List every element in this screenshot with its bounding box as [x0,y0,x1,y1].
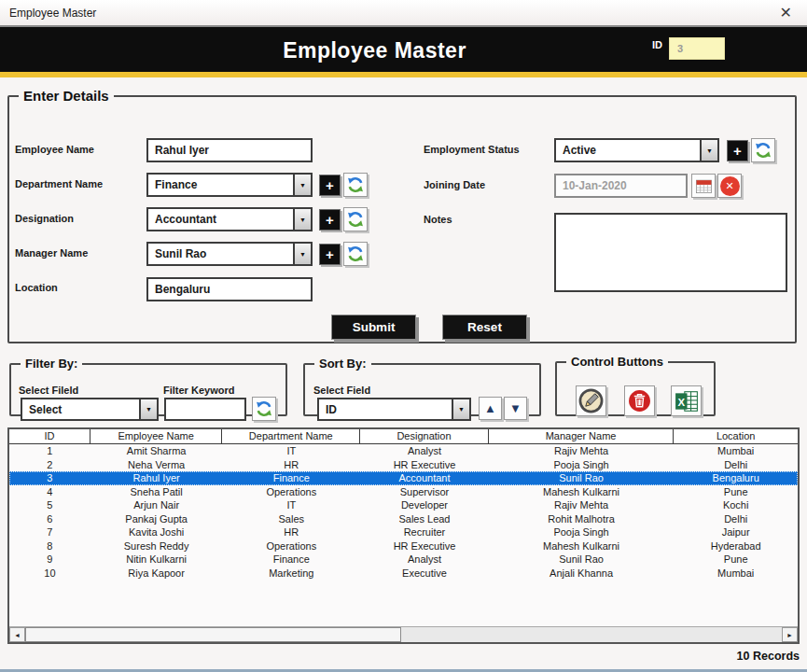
table-cell: Sneha Patil [90,485,223,499]
joining-date-input[interactable] [554,174,688,198]
table-cell: 8 [9,539,90,553]
combobox-value: Sunil Rao [148,244,293,264]
add-department-button[interactable]: + [319,175,341,196]
records-table[interactable]: IDEmployee NameDepartment NameDesignatio… [7,427,800,644]
table-cell: Riya Kapoor [90,567,223,581]
employment-status-combobox[interactable]: Active ▼ [554,138,719,162]
export-excel-button[interactable]: X [671,385,702,416]
table-cell: Developer [360,498,489,512]
sort-descending-button[interactable]: ▼ [504,397,527,420]
chevron-down-icon[interactable]: ▼ [452,399,469,419]
submit-button[interactable]: Submit [331,315,416,340]
table-cell: Pankaj Gupta [90,512,223,526]
scroll-left-icon: ◄ [14,632,21,638]
control-buttons-group: Control Buttons [555,355,716,416]
id-field[interactable] [669,37,725,60]
close-icon[interactable]: ✕ [774,4,798,22]
location-input[interactable] [146,277,313,301]
add-manager-button[interactable]: + [319,244,341,265]
scroll-right-icon: ► [786,632,793,638]
sort-ascending-button[interactable]: ▲ [479,397,502,420]
page-title: Employee Master [0,38,749,63]
table-cell: Hyderabad [674,539,798,553]
apply-filter-button[interactable] [252,397,276,421]
titlebar: Employee Master ✕ [0,0,807,27]
table-cell: Pooja Singh [489,525,675,539]
notes-textarea[interactable] [554,213,787,292]
reset-button[interactable]: Reset [442,315,527,340]
edit-pencil-icon [578,388,604,413]
refresh-manager-button[interactable] [343,242,368,266]
table-cell: Pune [674,553,798,567]
sort-field-combobox[interactable]: ID ▼ [317,398,471,421]
table-cell: 6 [9,512,90,526]
add-status-button[interactable]: + [727,140,748,161]
header-banner: Employee Master ID [0,27,807,77]
table-cell: Sales [222,512,360,526]
filter-keyword-input[interactable] [164,398,246,421]
chevron-down-icon[interactable]: ▼ [700,140,717,161]
calendar-picker-button[interactable] [691,174,716,198]
table-cell: 7 [9,525,90,539]
table-cell: HR Executive [360,458,489,472]
table-cell: Finance [222,471,360,485]
svg-text:X: X [677,396,685,407]
refresh-icon [346,245,365,263]
table-cell: Rajiv Mehta [489,444,675,458]
excel-icon: X [675,389,699,413]
table-row[interactable]: 7Kavita JoshiHRRecruiterPooja SinghJaipu… [9,525,798,539]
table-body: 1Amit SharmaITAnalystRajiv MehtaMumbai2N… [9,444,798,580]
column-header[interactable]: Manager Name [489,429,675,443]
column-header[interactable]: Department Name [222,429,360,443]
filter-field-label: Select Fileld [19,385,78,396]
table-cell: Finance [222,553,360,567]
id-label: ID [652,39,662,60]
column-header[interactable]: Designation [360,429,489,443]
table-row[interactable]: 9Nitin KulkarniFinanceAnalystSunil RaoPu… [9,553,798,567]
table-cell: Mumbai [674,567,798,581]
employee-name-input[interactable] [146,138,313,162]
chevron-down-icon[interactable]: ▼ [139,399,157,419]
horizontal-scrollbar[interactable]: ◄ ► [9,626,798,642]
scrollbar-thumb[interactable] [25,627,401,642]
add-designation-button[interactable]: + [319,209,341,231]
scroll-right-button[interactable]: ► [782,627,798,642]
table-cell: Analyst [360,553,489,567]
notes-label: Notes [424,214,452,225]
edit-button[interactable] [576,385,606,416]
table-row[interactable]: 10Riya KapoorMarketingExecutiveAnjali Kh… [9,567,798,581]
table-row[interactable]: 4Sneha PatilOperationsSupervisorMahesh K… [9,485,798,499]
table-row[interactable]: 5Arjun NairITDeveloperRajiv MehtaKochi [9,498,798,512]
table-row[interactable]: 2Neha VermaHRHR ExecutivePooja SinghDelh… [9,458,798,472]
table-row[interactable]: 8Suresh ReddyOperationsHR ExecutiveMahes… [9,539,798,553]
designation-label: Designation [15,213,74,224]
table-cell: Analyst [360,444,489,458]
refresh-icon [754,141,772,160]
chevron-down-icon[interactable]: ▼ [293,244,311,264]
table-cell: Operations [222,485,360,499]
table-cell: Nitin Kulkarni [90,553,223,567]
refresh-designation-button[interactable] [343,207,368,231]
department-name-combobox[interactable]: Finance ▼ [146,173,313,197]
employee-master-window: Employee Master ✕ Employee Master ID Ent… [0,0,807,672]
column-header[interactable]: Location [674,429,798,443]
table-row[interactable]: 1Amit SharmaITAnalystRajiv MehtaMumbai [9,444,798,458]
table-cell: Arjun Nair [90,498,223,512]
refresh-department-button[interactable] [343,173,368,197]
filter-field-combobox[interactable]: Select ▼ [21,398,159,421]
chevron-down-icon[interactable]: ▼ [293,209,311,230]
delete-button[interactable] [624,385,655,416]
manager-name-combobox[interactable]: Sunil Rao ▼ [146,242,313,266]
scroll-left-button[interactable]: ◄ [9,627,25,642]
clear-date-button[interactable]: ✕ [717,174,742,198]
column-header[interactable]: ID [9,429,90,443]
table-cell: Executive [360,567,489,581]
table-cell: Mahesh Kulkarni [489,539,675,553]
table-row[interactable]: 3Rahul IyerFinanceAccountantSunil RaoBen… [9,471,798,485]
refresh-icon [346,175,365,194]
column-header[interactable]: Employee Name [90,429,223,443]
designation-combobox[interactable]: Accountant ▼ [146,207,313,231]
refresh-status-button[interactable] [751,138,775,162]
chevron-down-icon[interactable]: ▼ [293,175,311,195]
table-row[interactable]: 6Pankaj GuptaSalesSales LeadRohit Malhot… [9,512,798,526]
